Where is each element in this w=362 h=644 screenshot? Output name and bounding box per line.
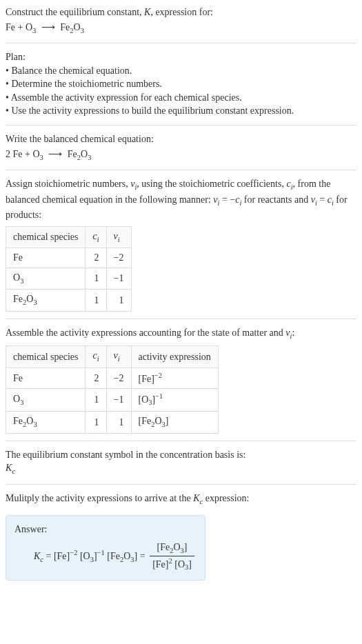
prompt-part1: Construct the equilibrium constant, [6,7,144,17]
bal-sub1: 3 [40,153,43,161]
col-c: ci [86,346,106,368]
table-row: Fe 2 −2 [6,248,132,268]
answer-label: Answer: [14,523,197,536]
divider [6,125,356,125]
col-c: ci [86,226,106,248]
fraction: [Fe2O3][Fe]2 [O3] [150,541,194,574]
bal-reactants: 2 Fe + O [6,149,40,159]
bal-o: O [81,149,88,159]
symbol-text: The equilibrium constant symbol in the c… [6,448,356,462]
cell-species: Fe [6,368,86,388]
divider [6,43,356,43]
plan-item: • Determine the stoichiometric numbers. [6,77,356,91]
prompt-part1b: , expression for: [150,7,213,17]
cell-c: 1 [86,412,106,433]
divider [6,441,356,441]
table-row: Fe 2 −2 [Fe]−2 [6,368,219,388]
cell-species: O3 [6,388,86,411]
table-row: O3 1 −1 [O3]−1 [6,388,219,411]
eq-sub3: 3 [81,26,84,34]
col-nu: νi [106,226,131,248]
cell-nu: 1 [106,290,131,311]
symbol-kc: Kc [6,461,356,476]
multiply-section: Mulitply the activity expressions to arr… [6,492,356,507]
cell-c: 1 [86,290,106,311]
plan-title: Plan: [6,50,356,64]
arrow-icon: ⟶ [48,148,62,161]
answer-expression: Kc = [Fe]−2 [O3]−1 [Fe2O3] = [Fe2O3][Fe]… [34,541,197,574]
divider [6,319,356,319]
plan-section: Plan: • Balance the chemical equation. •… [6,50,356,118]
cell-activity: [O3]−1 [131,388,218,411]
symbol-section: The equilibrium constant symbol in the c… [6,448,356,477]
table-header-row: chemical species ci νi activity expressi… [6,346,219,368]
prompt-text: Construct the equilibrium constant, K, e… [6,6,356,19]
plan-item: • Use the activity expressions to build … [6,104,356,118]
col-species: chemical species [6,346,86,368]
prompt-k: K [144,7,150,17]
balanced-equation: 2 Fe + O3 ⟶ Fe2O3 [6,148,356,163]
eq-product: Fe [60,22,70,32]
cell-nu: 1 [106,412,131,433]
col-nu: νi [106,346,131,368]
cell-species: Fe2O3 [6,412,86,433]
table-header-row: chemical species ci νi [6,226,132,248]
unbalanced-equation: Fe + O3 ⟶ Fe2O3 [6,21,356,36]
assemble-title: Assemble the activity expressions accoun… [6,326,356,341]
cell-nu: −1 [106,268,131,289]
cell-activity: [Fe]−2 [131,368,218,388]
prompt-section: Construct the equilibrium constant, K, e… [6,6,356,36]
eq-reactants: Fe + O [6,22,32,32]
eq-sub1: 3 [32,26,36,34]
answer-box: Answer: Kc = [Fe]−2 [O3]−1 [Fe2O3] = [Fe… [6,515,205,581]
cell-nu: −2 [106,368,131,388]
table-row: Fe2O3 1 1 [Fe2O3] [6,412,219,433]
assign-text: Assign stoichiometric numbers, νi, using… [6,177,356,222]
assemble-section: Assemble the activity expressions accoun… [6,326,356,434]
cell-species: O3 [6,268,86,289]
eq-o: O [74,22,81,32]
cell-c: 2 [86,368,106,388]
balanced-title: Write the balanced chemical equation: [6,132,356,146]
divider [6,484,356,485]
bal-product: Fe [68,149,77,159]
cell-activity: [Fe2O3] [131,412,218,433]
cell-species: Fe [6,248,86,268]
activity-table: chemical species ci νi activity expressi… [6,345,219,433]
bal-sub3: 3 [88,153,91,161]
fraction-numerator: [Fe2O3] [150,541,194,556]
multiply-text: Mulitply the activity expressions to arr… [6,492,356,507]
balanced-section: Write the balanced chemical equation: 2 … [6,132,356,163]
table-row: Fe2O3 1 1 [6,290,132,311]
cell-nu: −2 [106,248,131,268]
assign-section: Assign stoichiometric numbers, νi, using… [6,177,356,312]
col-activity: activity expression [131,346,218,368]
stoichiometric-table: chemical species ci νi Fe 2 −2 O3 1 −1 F… [6,226,132,312]
cell-nu: −1 [106,388,131,411]
divider [6,170,356,170]
plan-item: • Balance the chemical equation. [6,64,356,78]
table-row: O3 1 −1 [6,268,132,289]
fraction-denominator: [Fe]2 [O3] [150,556,194,573]
col-species: chemical species [6,226,86,248]
cell-c: 2 [86,248,106,268]
cell-species: Fe2O3 [6,290,86,311]
plan-item: • Assemble the activity expression for e… [6,91,356,105]
cell-c: 1 [86,388,106,411]
cell-c: 1 [86,268,106,289]
arrow-icon: ⟶ [41,21,55,34]
